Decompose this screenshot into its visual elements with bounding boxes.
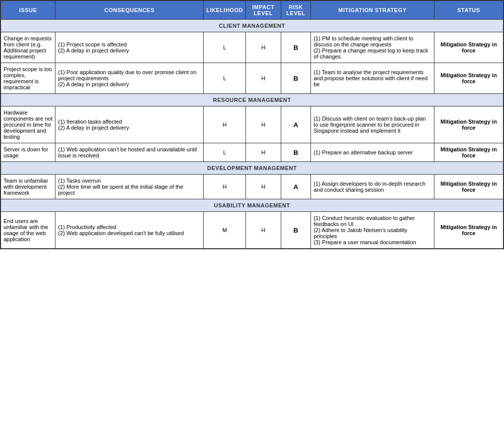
header-impact: Impact Level <box>246 1 281 20</box>
issue-cell: Server is down for usage <box>1 143 55 162</box>
risk-level-cell: A <box>281 106 311 143</box>
consequences-cell: (1) Tasks overrun (2) More time will be … <box>55 175 204 199</box>
consequences-cell: (1) Iteration tasks affected (2) A delay… <box>55 106 204 143</box>
data-row-0-1: Project scope is too complex, requiremen… <box>1 63 503 94</box>
mitigation-cell: (1) PM to schedule meeting with client t… <box>311 32 434 63</box>
likelihood-cell: M <box>204 212 246 249</box>
risk-register-table: Issue Consequences Likelihood Impact Lev… <box>0 0 504 249</box>
section-header-1: Resource Management <box>1 94 503 106</box>
consequences-cell: (1) Poor application quality due to over… <box>55 63 204 94</box>
risk-level-cell: B <box>281 32 311 63</box>
data-row-1-0: Hardware components are not procured in … <box>1 106 503 143</box>
data-row-2-0: Team is unfamiliar with development fram… <box>1 175 503 199</box>
section-title-3: Usability Management <box>1 199 503 212</box>
mitigation-cell: (1) Conduct heuristic evaluation to gath… <box>311 212 434 249</box>
impact-cell: H <box>246 175 281 199</box>
mitigation-cell: (1) Prepare an alternative backup server <box>311 143 434 162</box>
issue-cell: Change in requests from client (e.g. Add… <box>1 32 55 63</box>
header-issue: Issue <box>1 1 55 20</box>
section-title-0: Client Management <box>1 20 503 32</box>
likelihood-cell: L <box>204 143 246 162</box>
consequences-cell: (1) Productivity affected (2) Web applic… <box>55 212 204 249</box>
risk-level-cell: B <box>281 212 311 249</box>
data-row-3-0: End users are unfamiliar with the usage … <box>1 212 503 249</box>
mitigation-cell: (1) Assign developers to do in-depth res… <box>311 175 434 199</box>
status-cell: Mitigation Strategy in force <box>434 143 503 162</box>
header-risk: Risk Level <box>281 1 311 20</box>
status-cell: Mitigation Strategy in force <box>434 175 503 199</box>
header-row: Issue Consequences Likelihood Impact Lev… <box>1 1 503 20</box>
likelihood-cell: H <box>204 175 246 199</box>
issue-cell: Hardware components are not procured in … <box>1 106 55 143</box>
status-cell: Mitigation Strategy in force <box>434 32 503 63</box>
header-status: Status <box>434 1 503 20</box>
likelihood-cell: H <box>204 106 246 143</box>
likelihood-cell: L <box>204 32 246 63</box>
mitigation-cell: (1) Team to analyse the project requirem… <box>311 63 434 94</box>
section-title-1: Resource Management <box>1 94 503 106</box>
data-row-0-0: Change in requests from client (e.g. Add… <box>1 32 503 63</box>
header-consequences: Consequences <box>55 1 204 20</box>
section-title-2: Development Management <box>1 162 503 175</box>
impact-cell: H <box>246 32 281 63</box>
section-header-3: Usability Management <box>1 199 503 212</box>
header-likelihood: Likelihood <box>204 1 246 20</box>
likelihood-cell: L <box>204 63 246 94</box>
impact-cell: H <box>246 63 281 94</box>
section-header-0: Client Management <box>1 20 503 32</box>
status-cell: Mitigation Strategy in force <box>434 63 503 94</box>
status-cell: Mitigation Strategy in force <box>434 212 503 249</box>
consequences-cell: (1) Project scope is affected (2) A dela… <box>55 32 204 63</box>
risk-level-cell: A <box>281 175 311 199</box>
issue-cell: End users are unfamiliar with the usage … <box>1 212 55 249</box>
data-row-1-1: Server is down for usage(1) Web applicat… <box>1 143 503 162</box>
impact-cell: H <box>246 212 281 249</box>
mitigation-cell: (1) Discuss with client on team's back-u… <box>311 106 434 143</box>
status-cell: Mitigation Strategy in force <box>434 106 503 143</box>
impact-cell: H <box>246 106 281 143</box>
risk-level-cell: B <box>281 143 311 162</box>
issue-cell: Project scope is too complex, requiremen… <box>1 63 55 94</box>
section-header-2: Development Management <box>1 162 503 175</box>
issue-cell: Team is unfamiliar with development fram… <box>1 175 55 199</box>
consequences-cell: (1) Web application can't be hosted and … <box>55 143 204 162</box>
impact-cell: H <box>246 143 281 162</box>
risk-level-cell: B <box>281 63 311 94</box>
header-mitigation: Mitigation Strategy <box>311 1 434 20</box>
